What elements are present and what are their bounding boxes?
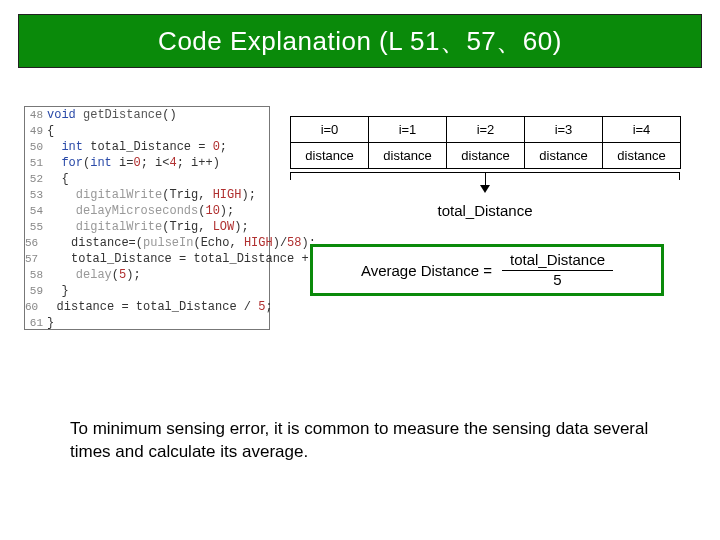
iter-cell: distance xyxy=(447,143,525,169)
slide-title-bar: Code Explanation (L 51、57、60) xyxy=(18,14,702,68)
code-line: 48void getDistance() xyxy=(25,107,269,123)
code-snippet: 48void getDistance()49{50 int total_Dist… xyxy=(24,106,270,330)
code-line: 61} xyxy=(25,315,269,331)
formula-numerator: total_Distance xyxy=(502,252,613,271)
code-line: 53 digitalWrite(Trig, HIGH); xyxy=(25,187,269,203)
code-line: 50 int total_Distance = 0; xyxy=(25,139,269,155)
iter-cell: distance xyxy=(291,143,369,169)
code-line: 60 distance = total_Distance / 5; xyxy=(25,299,269,315)
formula-lhs: Average Distance = xyxy=(361,262,492,279)
iteration-table: i=0i=1i=2i=3i=4 distancedistancedistance… xyxy=(290,116,681,169)
iter-cell: distance xyxy=(369,143,447,169)
iter-header-cell: i=1 xyxy=(369,117,447,143)
code-line: 58 delay(5); xyxy=(25,267,269,283)
code-line: 52 { xyxy=(25,171,269,187)
code-line: 51 for(int i=0; i<4; i++) xyxy=(25,155,269,171)
brace-label: total_Distance xyxy=(290,202,680,219)
code-line: 54 delayMicroseconds(10); xyxy=(25,203,269,219)
iter-header-cell: i=0 xyxy=(291,117,369,143)
code-line: 55 digitalWrite(Trig, LOW); xyxy=(25,219,269,235)
formula-fraction: total_Distance 5 xyxy=(502,252,613,288)
code-line: 57 total_Distance = total_Distance + dis… xyxy=(25,251,269,267)
explanation-text: To minimum sensing error, it is common t… xyxy=(70,418,650,464)
table-row: distancedistancedistancedistancedistance xyxy=(291,143,681,169)
iter-header-cell: i=4 xyxy=(603,117,681,143)
table-header-row: i=0i=1i=2i=3i=4 xyxy=(291,117,681,143)
iter-cell: distance xyxy=(525,143,603,169)
code-line: 49{ xyxy=(25,123,269,139)
iter-header-cell: i=3 xyxy=(525,117,603,143)
code-line: 59 } xyxy=(25,283,269,299)
code-line: 56 distance=(pulseIn(Echo, HIGH)/58); xyxy=(25,235,269,251)
slide-title: Code Explanation (L 51、57、60) xyxy=(158,24,562,59)
iter-cell: distance xyxy=(603,143,681,169)
iter-header-cell: i=2 xyxy=(447,117,525,143)
formula-box: Average Distance = total_Distance 5 xyxy=(310,244,664,296)
formula-denominator: 5 xyxy=(553,271,561,289)
